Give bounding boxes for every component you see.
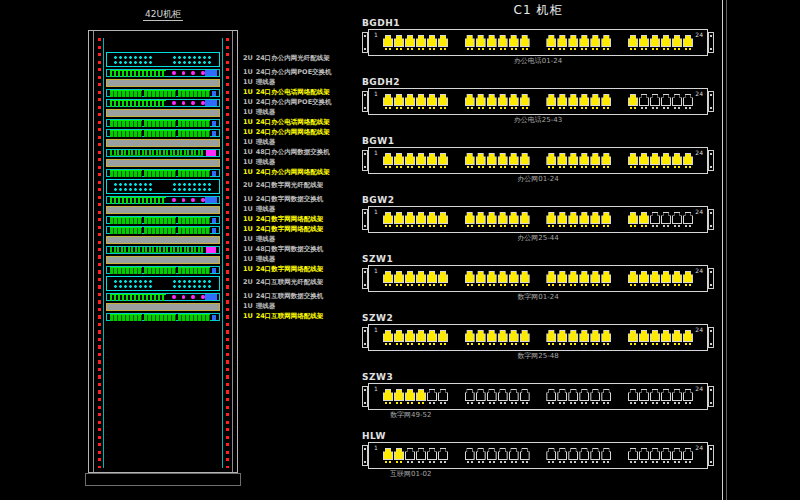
port-pins bbox=[487, 402, 497, 404]
port-pins bbox=[650, 48, 660, 50]
rj45-jack bbox=[520, 330, 530, 342]
port-pins bbox=[579, 461, 589, 463]
unit-description: 24口办公内网POE交换机 bbox=[256, 67, 332, 77]
unit-height-label: 1U bbox=[243, 291, 253, 301]
port-pins bbox=[579, 48, 589, 50]
port-pins bbox=[509, 284, 519, 286]
rj45-jack bbox=[394, 212, 404, 224]
port-pins bbox=[405, 343, 415, 345]
rj45-jack bbox=[683, 212, 693, 224]
port-pins bbox=[427, 225, 437, 227]
unit-list-line: 1U24口办公电话网络配线架 bbox=[243, 117, 361, 127]
port-pins bbox=[672, 461, 682, 463]
port-group bbox=[383, 448, 448, 463]
rj45-port-empty bbox=[498, 389, 508, 404]
cad-drawing: 42U机柜 2U24口办公内网光纤配线架1U24口办公内网POE交换机1U理线器… bbox=[0, 0, 800, 500]
port-pins bbox=[661, 284, 671, 286]
rj45-jack bbox=[405, 212, 415, 224]
patch-panel: 124 bbox=[362, 147, 714, 174]
uplink-dot bbox=[191, 198, 195, 202]
rj45-port-used bbox=[546, 271, 556, 286]
port-pins bbox=[639, 166, 649, 168]
rj45-jack bbox=[427, 94, 437, 106]
unit-list-line: 1U理线器 bbox=[243, 301, 361, 311]
port-pins bbox=[683, 343, 693, 345]
rj45-port-empty bbox=[509, 389, 519, 404]
rj45-jack bbox=[487, 389, 497, 401]
unit-list-line: 1U48口办公内网数据交换机 bbox=[243, 147, 361, 157]
first-port-number: 1 bbox=[374, 149, 378, 156]
odf-device bbox=[106, 179, 220, 194]
last-port-number: 24 bbox=[695, 208, 703, 215]
port-pins bbox=[579, 107, 589, 109]
rj45-jack bbox=[672, 94, 682, 106]
unit-description: 24口办公内网网络配线架 bbox=[256, 127, 330, 137]
fiber-ports-group bbox=[172, 279, 213, 289]
rj45-port-empty bbox=[661, 389, 671, 404]
rj45-jack bbox=[394, 35, 404, 47]
unit-list-line: 1U24口办公内网POE交换机 bbox=[243, 97, 361, 107]
rj45-port-used bbox=[416, 330, 426, 345]
rj45-port-empty bbox=[520, 448, 530, 463]
uplink-dot bbox=[182, 198, 186, 202]
rj45-jack bbox=[590, 271, 600, 283]
port-group bbox=[383, 389, 448, 404]
patch-group bbox=[144, 314, 176, 321]
screw-hole bbox=[710, 35, 712, 37]
rj45-jack bbox=[438, 448, 448, 460]
last-port-number: 24 bbox=[695, 444, 703, 451]
rj45-port-used bbox=[661, 330, 671, 345]
patch-device bbox=[106, 119, 220, 127]
panel-name: BGDH1 bbox=[362, 18, 714, 28]
rack-post-left bbox=[93, 31, 94, 472]
port-group bbox=[546, 448, 611, 463]
port-pins bbox=[557, 48, 567, 50]
port-pins bbox=[520, 166, 530, 168]
rj45-jack bbox=[487, 448, 497, 460]
rj45-jack bbox=[601, 389, 611, 401]
port-pins bbox=[557, 402, 567, 404]
rj45-jack bbox=[590, 330, 600, 342]
screw-hole bbox=[364, 461, 366, 463]
rj45-port-empty bbox=[509, 448, 519, 463]
port-pins bbox=[601, 48, 611, 50]
port-pins bbox=[465, 284, 475, 286]
port-group bbox=[628, 389, 693, 404]
rj45-port-used bbox=[405, 271, 415, 286]
port-pins bbox=[405, 461, 415, 463]
port-pins bbox=[427, 166, 437, 168]
rj45-jack bbox=[579, 448, 589, 460]
rj45-port-empty bbox=[683, 389, 693, 404]
port-pins bbox=[394, 284, 404, 286]
odf-device bbox=[106, 276, 220, 291]
panel-body: 124 bbox=[368, 324, 708, 351]
port-pins bbox=[639, 284, 649, 286]
unit-list-line: 1U24口办公内网网络配线架 bbox=[243, 167, 361, 177]
rj45-port-used bbox=[601, 330, 611, 345]
switch48-module bbox=[206, 247, 216, 253]
rj45-jack bbox=[579, 212, 589, 224]
panel-body: 124 bbox=[368, 88, 708, 115]
rj45-jack bbox=[416, 35, 426, 47]
rj45-jack bbox=[394, 448, 404, 460]
odf-gap bbox=[158, 55, 168, 65]
mounting-ear bbox=[708, 32, 714, 53]
unit-height-label: 1U bbox=[243, 77, 253, 87]
unit-height-label: 1U bbox=[243, 137, 253, 147]
rj45-port-used bbox=[520, 271, 530, 286]
rj45-jack bbox=[520, 271, 530, 283]
uplink-dot bbox=[172, 295, 176, 299]
patch-group bbox=[144, 170, 176, 177]
port-pins bbox=[683, 107, 693, 109]
rj45-port-empty bbox=[438, 389, 448, 404]
rj45-port-used bbox=[427, 35, 437, 50]
rj45-port-empty bbox=[465, 389, 475, 404]
port-pins bbox=[661, 166, 671, 168]
screw-hole bbox=[364, 153, 366, 155]
rj45-jack bbox=[498, 94, 508, 106]
rj45-port-used bbox=[672, 330, 682, 345]
rj45-jack bbox=[628, 153, 638, 165]
rj45-jack bbox=[394, 330, 404, 342]
unit-list-line: 1U理线器 bbox=[243, 157, 361, 167]
rj45-port-used bbox=[383, 271, 393, 286]
